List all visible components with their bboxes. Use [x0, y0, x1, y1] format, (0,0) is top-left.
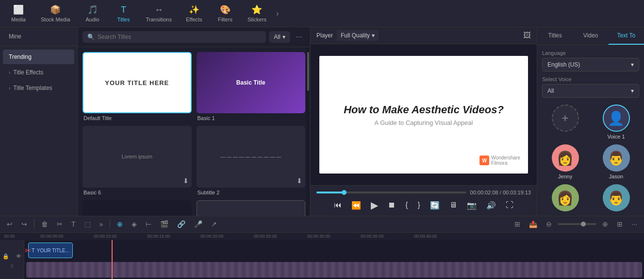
- basic6-text: Lorem ipsum: [121, 154, 152, 159]
- stop-button[interactable]: ⏹: [387, 200, 396, 210]
- title-card-default[interactable]: YOUR TITLE HERE Default Title: [83, 52, 192, 121]
- effects-label: Effects: [186, 17, 202, 22]
- filters-icon: 🎨: [220, 4, 231, 15]
- player-logo: W WondershareFilmora: [479, 155, 520, 166]
- image-icon[interactable]: 🖼: [523, 31, 531, 40]
- voice-filter-select[interactable]: All ▾: [542, 84, 639, 98]
- add-voice-card[interactable]: +: [542, 105, 588, 140]
- chevron-icon: ›: [9, 86, 10, 91]
- time-display: 00:00:02:08 / 00:03:19:13: [470, 190, 531, 195]
- title-card-basic6[interactable]: Lorem ipsum ⬇ Basic 6: [83, 126, 192, 195]
- playhead[interactable]: [112, 240, 113, 279]
- mark-in-button[interactable]: {: [404, 200, 409, 210]
- chevron-down-icon: ▾: [631, 87, 634, 94]
- media-icon: ⬜: [13, 4, 24, 15]
- extract-button[interactable]: ↗: [208, 218, 220, 230]
- language-value: English (US): [547, 61, 580, 68]
- track-lock-button[interactable]: 🔒: [0, 251, 12, 262]
- scrollbar-thumb[interactable]: [307, 52, 309, 91]
- delete-button[interactable]: 🗑: [38, 218, 51, 230]
- mark-out-button[interactable]: }: [417, 200, 421, 210]
- title-thumb-basic6: Lorem ipsum ⬇: [83, 126, 192, 187]
- progress-track[interactable]: [316, 192, 466, 193]
- player-controls: 00:00:02:08 / 00:03:19:13 ⏮ ⏪ ▶ ⏹ { } 🔄 …: [311, 185, 537, 216]
- more-options-button[interactable]: ···: [628, 218, 640, 230]
- export-clip-button[interactable]: 📤: [526, 218, 540, 230]
- zoom-in-button[interactable]: ⊕: [599, 218, 611, 230]
- voice-card-jason[interactable]: 👨 Jason: [593, 144, 639, 179]
- voice-card-voice1[interactable]: 👤 Voice 1: [593, 105, 639, 140]
- add-voice-button[interactable]: +: [552, 105, 579, 132]
- title-card-subtitle2[interactable]: — — — — — — — — — — ⬇ Subtitle 2: [197, 126, 306, 195]
- tool-stickers[interactable]: ⭐ Stickers: [242, 2, 272, 24]
- voice-card-v4[interactable]: 👨: [593, 184, 639, 213]
- grid-view-button[interactable]: ⊞: [614, 218, 626, 230]
- speed-button[interactable]: 🔄: [429, 200, 441, 211]
- player-header: Player Full Quality ▾ 🖼: [311, 27, 537, 44]
- tool-audio[interactable]: 🎵 Audio: [78, 2, 107, 24]
- title-card-basic1[interactable]: Basic Title Basic 1: [197, 52, 306, 121]
- crop-button[interactable]: ⬚: [82, 218, 94, 230]
- keyframe-button[interactable]: ◈: [129, 218, 140, 230]
- player-canvas: How to Make Aesthetic Videos? A Guide to…: [319, 56, 528, 174]
- text-button[interactable]: T: [68, 218, 79, 230]
- snap-button[interactable]: ⊕: [114, 218, 126, 230]
- search-input[interactable]: [98, 34, 261, 40]
- sidebar-item-title-templates[interactable]: › Title Templates: [3, 81, 74, 95]
- sidebar-item-title-effects[interactable]: › Title Effects: [3, 65, 74, 80]
- filmora-logo-icon: W: [479, 156, 489, 165]
- clip-icon-button[interactable]: 🎬: [157, 218, 171, 230]
- cut-button[interactable]: ✂: [54, 218, 66, 230]
- tab-video[interactable]: Video: [573, 27, 608, 45]
- mine-button[interactable]: Mine: [5, 31, 25, 42]
- camera-button[interactable]: 📷: [466, 200, 478, 211]
- more-button[interactable]: ···: [293, 32, 305, 42]
- tool-filters[interactable]: 🎨 Filters: [211, 2, 240, 24]
- step-back-button[interactable]: ⏪: [350, 200, 362, 211]
- track-eye-button[interactable]: 👁: [13, 251, 24, 262]
- title-card-label-basic6: Basic 6: [83, 190, 192, 195]
- filter-value: All: [274, 34, 280, 40]
- right-panel: Titles Video Text To Language English (U…: [537, 27, 644, 216]
- more-tools-button[interactable]: »: [97, 218, 106, 230]
- fullscreen-button[interactable]: ⛶: [505, 200, 514, 210]
- undo-button[interactable]: ↩: [4, 218, 16, 230]
- rewind-button[interactable]: ⏮: [333, 200, 343, 210]
- title-card-art[interactable]: ART Art: [83, 200, 192, 216]
- tab-titles[interactable]: Titles: [537, 27, 573, 45]
- expand-toolbar-icon[interactable]: ›: [276, 9, 279, 18]
- scene-detect-button[interactable]: ⊞: [512, 218, 523, 230]
- voice-card-v3[interactable]: 👩: [542, 184, 588, 213]
- search-input-wrap[interactable]: 🔍: [83, 31, 266, 43]
- language-select[interactable]: English (US) ▾: [542, 58, 639, 71]
- main-content: Mine Trending › Title Effects › Title Te…: [0, 27, 644, 216]
- zoom-out-button[interactable]: ⊖: [543, 218, 555, 230]
- title-card-lorem[interactable]: Lorem Ipsum Lorem Ipsum: [197, 200, 306, 216]
- zoom-track[interactable]: [558, 223, 596, 225]
- tool-stock-media[interactable]: 📦 Stock Media: [35, 2, 76, 24]
- tool-titles[interactable]: T Titles: [109, 3, 138, 24]
- voice-card-jenny[interactable]: 👩 Jenny: [542, 144, 588, 179]
- tool-media[interactable]: ⬜ Media: [4, 2, 33, 24]
- ruler-mark-1: 00:00:05:00: [40, 234, 94, 239]
- scrollbar-track: [306, 47, 309, 216]
- redo-button[interactable]: ↪: [18, 218, 30, 230]
- play-button[interactable]: ▶: [370, 198, 379, 212]
- filter-dropdown[interactable]: All ▾: [269, 31, 290, 43]
- link-button[interactable]: 🔗: [174, 218, 188, 230]
- title-track-row: T ✂ YOUR TITLE...: [24, 240, 644, 261]
- title-clip[interactable]: T ✂ YOUR TITLE...: [28, 243, 73, 258]
- title-thumb-lorem: Lorem Ipsum: [197, 200, 306, 216]
- track-controls: 🔒 👁 2: [0, 240, 24, 279]
- sidebar-item-trending[interactable]: Trending: [3, 50, 74, 64]
- volume-button[interactable]: 🔊: [485, 200, 497, 211]
- total-time: 00:03:19:13: [503, 190, 531, 195]
- tool-transitions[interactable]: ↔ Transitions: [140, 3, 178, 24]
- tab-text-to[interactable]: Text To: [609, 27, 644, 45]
- tool-effects[interactable]: ✨ Effects: [180, 2, 209, 24]
- video-thumb-track[interactable]: [26, 262, 642, 278]
- split-button[interactable]: ⊢: [143, 218, 154, 230]
- monitor-button[interactable]: 🖥: [448, 200, 458, 210]
- mic-button[interactable]: 🎤: [191, 218, 205, 230]
- quality-select[interactable]: Full Quality ▾: [337, 30, 379, 41]
